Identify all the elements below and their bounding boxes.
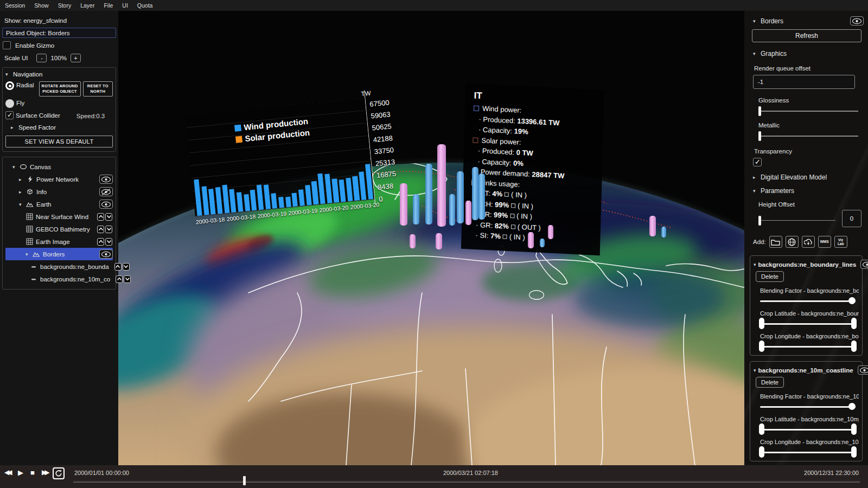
tree-item-ne-boundary[interactable]: backgrounds:ne_bounda [5,260,113,273]
add-wms-button[interactable]: WMS [818,236,831,248]
transparency-checkbox[interactable] [753,158,762,166]
slider-handle[interactable] [848,297,856,304]
tree-item-near-surface-wind[interactable]: Near Surface Wind [5,210,113,223]
chevron-down-icon[interactable]: ▾ [753,188,757,194]
radial-radio[interactable] [5,81,14,90]
crop-longitude-slider[interactable] [760,343,856,350]
visibility-eye-button[interactable] [858,365,868,375]
menu-session[interactable]: Session [5,2,25,9]
slider-handle-max[interactable] [851,318,857,329]
visibility-eye-button[interactable] [850,16,864,25]
glossiness-slider[interactable] [758,107,858,115]
add-file-button[interactable] [769,236,782,248]
chevron-down-icon[interactable]: ▾ [19,202,23,207]
slider-handle-min[interactable] [759,446,764,458]
visibility-eye-button[interactable] [99,249,113,259]
delete-layer-button[interactable]: Delete [756,377,784,388]
menu-layer[interactable]: Layer [80,2,94,9]
reset-north-button[interactable]: RESET TO NORTH [83,81,113,97]
render-queue-input[interactable] [753,75,855,89]
chevron-right-icon[interactable]: ▸ [753,175,757,180]
slider-handle-min[interactable] [759,423,764,435]
height-offset-input[interactable] [842,210,861,227]
enable-gizmo-checkbox[interactable] [3,41,11,49]
scale-plus-button[interactable]: + [71,54,81,62]
delete-layer-button[interactable]: Delete [756,271,784,282]
tree-item-borders[interactable]: ▾ Borders [5,248,113,260]
timeline-bar: ◀◀ ▶ ■ ▶▶ 2000/01/01 00:00:00 2000/03/21… [0,465,868,488]
move-up-button[interactable] [116,275,123,283]
chevron-right-icon[interactable]: ▸ [11,125,15,130]
move-down-button[interactable] [123,263,130,271]
move-up-button[interactable] [97,226,104,233]
visibility-eye-button[interactable] [99,200,113,209]
slider-handle-min[interactable] [759,318,764,329]
refresh-button[interactable]: Refresh [752,29,861,42]
move-up-button[interactable] [97,213,104,221]
slider-handle[interactable] [758,106,761,116]
menu-ui[interactable]: UI [122,2,128,9]
chevron-down-icon[interactable]: ▾ [753,18,757,24]
move-up-button[interactable] [97,238,104,246]
visibility-eye-button[interactable] [99,175,113,184]
chevron-down-icon[interactable]: ▾ [25,252,30,257]
slider-handle-min[interactable] [759,341,764,352]
surface-collider-checkbox[interactable] [5,111,14,119]
loop-button[interactable] [53,467,65,479]
skip-back-button[interactable]: ◀◀ [4,468,10,476]
visibility-eye-button[interactable] [860,260,868,269]
set-view-default-button[interactable]: SET VIEW AS DEFAULT [5,136,113,147]
fast-forward-button[interactable]: ▶▶ [42,468,47,476]
tree-item-earth-image[interactable]: Earth Image [5,235,113,248]
move-down-button[interactable] [105,238,112,246]
timeline-track[interactable] [73,481,860,483]
slider-handle-max[interactable] [851,341,857,352]
chevron-down-icon[interactable]: ▾ [754,368,756,373]
blending-factor-slider[interactable] [760,297,856,305]
visibility-eye-off-button[interactable] [99,187,113,196]
height-offset-slider[interactable] [758,217,835,224]
slider-handle-max[interactable] [851,446,857,458]
menu-story[interactable]: Story [58,2,72,9]
tree-item-info[interactable]: ▸ Info [5,185,113,198]
move-down-button[interactable] [105,226,112,233]
tree-item-power-network[interactable]: ▸ Power Network [5,173,113,185]
show-label: Show: energy_sfcwind [4,17,118,24]
play-button[interactable]: ▶ [18,468,23,477]
add-cloud-download-button[interactable] [802,236,815,248]
add-globe-button[interactable] [786,236,799,248]
chevron-right-icon[interactable]: ▸ [19,189,23,195]
scale-minus-button[interactable]: - [36,54,47,62]
menu-file[interactable]: File [104,2,113,9]
globe-viewport[interactable]: Wind production Solar production 2000-03… [118,11,744,465]
tree-item-earth[interactable]: ▾ Earth [5,198,113,210]
chevron-down-icon[interactable]: ▾ [5,72,10,77]
move-up-button[interactable] [114,263,122,271]
crop-latitude-slider[interactable] [760,426,856,433]
chevron-down-icon[interactable]: ▾ [754,262,756,267]
slider-handle[interactable] [848,403,856,410]
rotate-around-button[interactable]: ROTATE AROUND PICKED OBJECT [39,81,81,97]
stop-button[interactable]: ■ [30,468,35,477]
crop-latitude-slider[interactable] [760,320,856,328]
chevron-right-icon[interactable]: ▸ [19,177,23,182]
tree-item-ne-coastline[interactable]: backgrounds:ne_10m_co [5,273,113,285]
slider-handle[interactable] [758,216,761,226]
metallic-slider[interactable] [758,132,858,140]
move-down-button[interactable] [105,213,112,221]
slider-handle-max[interactable] [851,423,857,435]
slider-handle[interactable] [758,131,761,141]
chevron-down-icon[interactable]: ▾ [12,164,17,170]
blending-factor-slider[interactable] [760,403,856,410]
menu-show[interactable]: Show [34,2,48,9]
crop-longitude-slider[interactable] [760,448,856,456]
move-down-button[interactable] [124,275,131,283]
chevron-down-icon[interactable]: ▾ [753,51,757,56]
fly-radio[interactable] [5,99,14,108]
picked-object-box[interactable]: Picked Object: Borders [2,28,116,38]
add-vizlab-button[interactable]: VizLab [834,236,847,248]
menu-quota[interactable]: Quota [137,2,153,9]
tree-item-gebco-bathimetry[interactable]: GEBCO Bathimetry [5,223,113,235]
timeline-scrubber-handle[interactable] [243,476,246,485]
tree-item-canvas[interactable]: ▾ Canvas [5,160,113,173]
